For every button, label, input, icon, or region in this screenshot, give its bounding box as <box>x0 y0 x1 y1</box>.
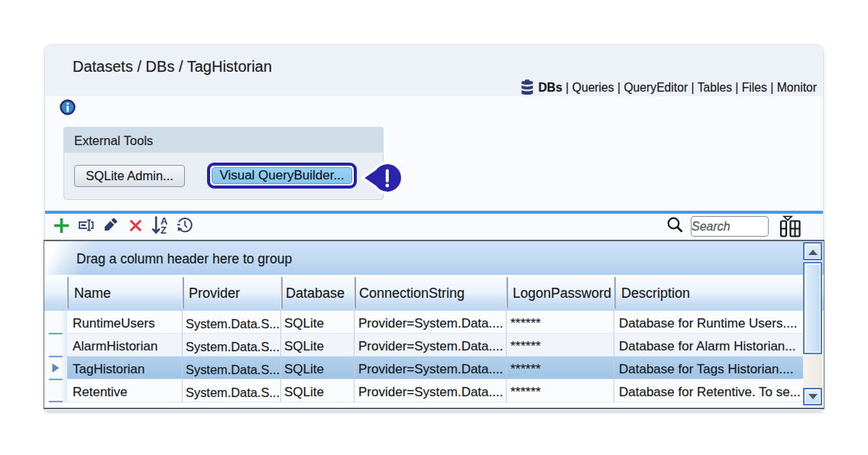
svg-text:Z: Z <box>160 224 167 236</box>
